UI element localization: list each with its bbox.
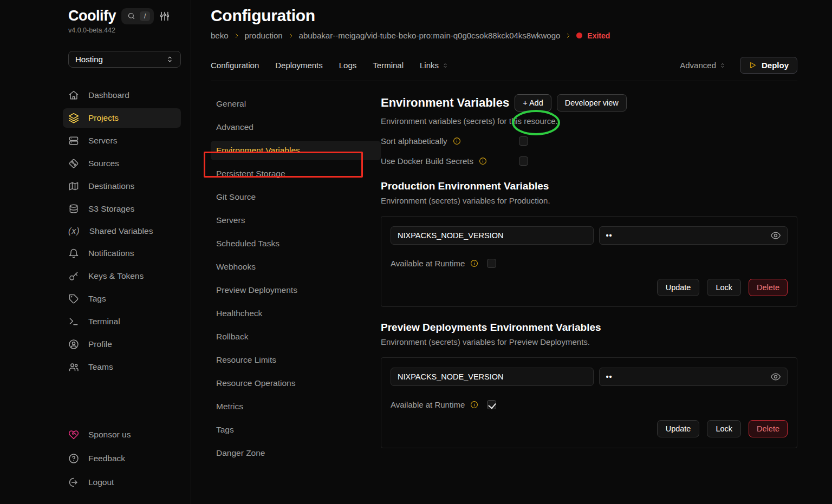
main-area: Configuration beko production abubakar--… [191,0,832,504]
available-at-runtime-checkbox[interactable] [487,259,496,268]
docker-build-secrets-checkbox[interactable] [519,156,528,166]
sidebar-item-sources[interactable]: Sources [63,154,181,173]
key-icon [68,271,79,282]
resource-tabbar: Configuration Deployments Logs Terminal … [211,57,797,81]
sidebar-item-sponsor[interactable]: Sponsor us [63,425,181,444]
section-title: Production Environment Variables [381,180,797,192]
chevron-right-icon [233,32,240,39]
server-icon [68,135,79,146]
subnav-item-rollback[interactable]: Rollback [211,327,381,346]
info-icon[interactable] [453,137,461,145]
tab-links[interactable]: Links [420,61,448,70]
toggle-label: Sort alphabetically [381,136,447,146]
deploy-button[interactable]: Deploy [740,57,797,74]
runtime-label: Available at Runtime [391,400,465,409]
variable-card: Available at Runtime Update Lock Delete [381,357,797,448]
sort-alphabetically-checkbox[interactable] [519,136,528,146]
subnav-item-scheduled-tasks[interactable]: Scheduled Tasks [211,234,381,253]
status-dot [576,32,582,38]
subnav-item-general[interactable]: General [211,94,381,114]
sidebar-item-notifications[interactable]: Notifications [63,244,181,263]
sidebar-item-s3-storages[interactable]: S3 Storages [63,199,181,219]
app-logo[interactable]: Coolify [68,8,116,24]
panel-title: Environment Variables [381,96,509,110]
delete-button[interactable]: Delete [749,420,788,437]
add-variable-button[interactable]: + Add [515,94,551,112]
sidebar-item-feedback[interactable]: Feedback [63,449,181,468]
sidebar-item-destinations[interactable]: Destinations [63,176,181,196]
update-button[interactable]: Update [657,420,700,437]
tab-terminal[interactable]: Terminal [373,61,404,70]
subnav-item-danger-zone[interactable]: Danger Zone [211,443,381,463]
breadcrumb-environment[interactable]: production [245,31,283,40]
breadcrumb-team[interactable]: beko [211,31,229,40]
filter-settings-button[interactable] [159,11,170,22]
lock-button[interactable]: Lock [707,279,741,296]
subnav-item-advanced[interactable]: Advanced [211,117,381,137]
team-selector-value: Hosting [75,55,103,64]
sidebar-item-terminal[interactable]: Terminal [63,312,181,331]
panel-subtitle: Environment variables (secrets) for this… [381,116,797,126]
sidebar-item-keys-tokens[interactable]: Keys & Tokens [63,266,181,286]
available-at-runtime-checkbox[interactable] [487,400,496,409]
page-title: Configuration [211,6,797,25]
sidebar-item-label: Dashboard [88,90,129,100]
subnav-item-healthcheck[interactable]: Healthcheck [211,304,381,323]
info-icon[interactable] [470,401,478,409]
breadcrumb-resource[interactable]: abubakar--meigag/vid-tube-beko-pro:main-… [299,31,561,40]
info-icon[interactable] [470,259,478,267]
runtime-label: Available at Runtime [391,259,465,268]
subnav-item-preview-deployments[interactable]: Preview Deployments [211,280,381,300]
subnav-item-environment-variables[interactable]: Environment Variables [211,141,381,160]
sidebar-item-dashboard[interactable]: Dashboard [63,86,181,105]
database-icon [68,204,79,214]
environment-variables-panel: Environment Variables + Add Developer vi… [381,94,797,504]
subnav-item-resource-operations[interactable]: Resource Operations [211,374,381,393]
sidebar-item-label: Shared Variables [89,226,153,236]
deploy-label: Deploy [762,61,789,70]
map-icon [68,181,79,192]
update-button[interactable]: Update [657,279,700,296]
subnav-item-servers[interactable]: Servers [211,211,381,230]
sidebar-item-projects[interactable]: Projects [63,108,181,128]
team-selector[interactable]: Hosting [68,51,181,68]
preview-variables-section: Preview Deployments Environment Variable… [381,322,797,448]
tab-logs[interactable]: Logs [339,61,357,70]
sidebar-item-label: Tags [88,294,106,304]
user-icon [68,339,79,350]
sidebar-item-teams[interactable]: Teams [63,357,181,377]
subnav-item-resource-limits[interactable]: Resource Limits [211,350,381,370]
variable-value-input[interactable] [599,368,788,386]
eye-icon[interactable] [770,371,781,382]
variable-name-input[interactable] [391,226,594,245]
home-icon [68,90,79,101]
info-icon[interactable] [479,157,487,165]
subnav-item-git-source[interactable]: Git Source [211,187,381,207]
subnav-item-metrics[interactable]: Metrics [211,397,381,416]
tab-configuration[interactable]: Configuration [211,61,259,70]
sidebar-item-tags[interactable]: Tags [63,289,181,309]
coolify-app: Coolify / v4.0.0-beta.442 Hosting Dashbo… [0,0,832,504]
advanced-label: Advanced [680,61,716,70]
bell-icon [68,248,79,259]
delete-button[interactable]: Delete [749,279,788,296]
variable-name-input[interactable] [391,368,594,386]
lock-button[interactable]: Lock [707,420,741,437]
sidebar-item-label: Profile [88,339,112,349]
sidebar-item-servers[interactable]: Servers [63,131,181,150]
app-version: v4.0.0-beta.442 [68,27,181,34]
tab-deployments[interactable]: Deployments [275,61,323,70]
subnav-item-persistent-storage[interactable]: Persistent Storage [211,164,381,184]
sliders-icon [159,11,170,22]
sidebar-item-logout[interactable]: Logout [63,473,181,492]
subnav-item-webhooks[interactable]: Webhooks [211,257,381,277]
sidebar-item-profile[interactable]: Profile [63,335,181,354]
variable-value-input[interactable] [599,226,788,245]
chevron-up-down-icon [719,62,726,69]
eye-icon[interactable] [770,230,781,241]
sidebar-item-shared-variables[interactable]: (x) Shared Variables [63,222,181,240]
search-button[interactable]: / [121,8,154,24]
subnav-item-tags[interactable]: Tags [211,420,381,440]
developer-view-button[interactable]: Developer view [557,94,627,112]
advanced-dropdown[interactable]: Advanced [680,61,726,70]
